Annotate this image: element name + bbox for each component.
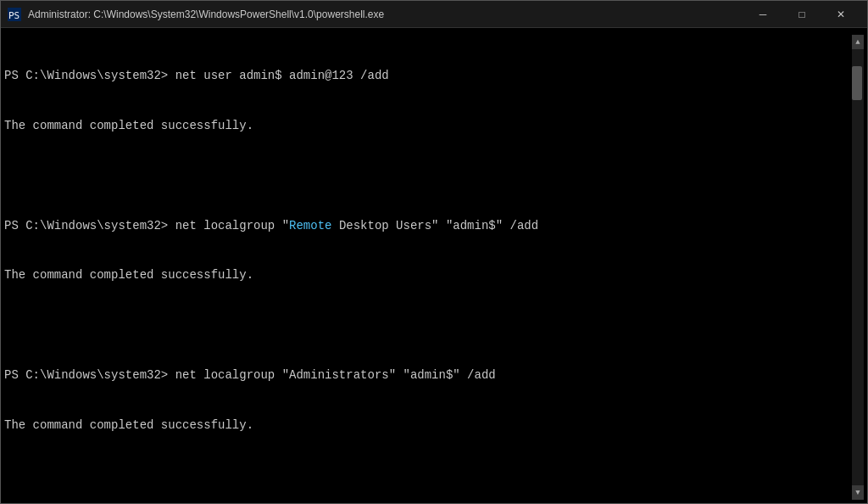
line-1: PS C:\Windows\system32> net user admin$ … — [4, 68, 852, 85]
line-8: The command completed successfully. — [4, 417, 852, 434]
scrollbar-up-arrow[interactable]: ▲ — [852, 35, 864, 49]
line-2: The command completed successfully. — [4, 118, 852, 135]
line-4: PS C:\Windows\system32> net localgroup "… — [4, 218, 852, 235]
scrollbar-down-arrow[interactable]: ▼ — [852, 485, 864, 500]
title-bar: PS Administrator: C:\Windows\System32\Wi… — [1, 1, 867, 28]
line-6 — [4, 317, 852, 334]
line-5: The command completed successfully. — [4, 267, 852, 284]
scrollbar-track[interactable] — [852, 49, 864, 485]
powershell-window: PS Administrator: C:\Windows\System32\Wi… — [0, 0, 868, 504]
close-button[interactable]: ✕ — [821, 1, 860, 28]
svg-text:PS: PS — [8, 10, 19, 21]
maximize-button[interactable]: □ — [782, 1, 821, 28]
terminal-body[interactable]: PS C:\Windows\system32> net user admin$ … — [1, 28, 867, 503]
line-9 — [4, 467, 852, 484]
scrollbar-thumb[interactable] — [852, 66, 862, 100]
window-title: Administrator: C:\Windows\System32\Windo… — [28, 8, 743, 20]
terminal-output[interactable]: PS C:\Windows\system32> net user admin$ … — [4, 35, 852, 500]
minimize-button[interactable]: ─ — [743, 1, 782, 28]
window-controls: ─ □ ✕ — [743, 1, 860, 28]
line-7: PS C:\Windows\system32> net localgroup "… — [4, 367, 852, 384]
line-3 — [4, 168, 852, 185]
powershell-icon: PS — [8, 8, 21, 21]
scrollbar[interactable]: ▲ ▼ — [852, 35, 864, 500]
